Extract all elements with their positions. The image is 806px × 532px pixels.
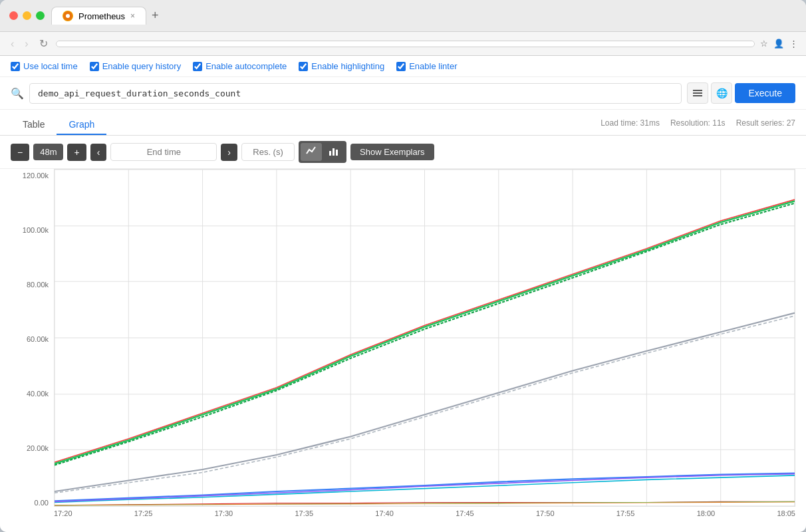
view-tabs: Table Graph [11,115,106,135]
zoom-out-button[interactable]: − [11,144,29,161]
y-label-100k: 100.00k [11,226,49,234]
browser-window: Prometheus × + ‹ › ↻ ☆ 👤 ⋮ Use local tim… [0,0,806,532]
y-label-0: 0.00 [11,499,49,507]
enable-autocomplete-label: Enable autocomplete [205,61,287,71]
x-label-1800: 18:00 [697,509,716,517]
svg-rect-3 [693,92,702,94]
x-label-1720: 17:20 [54,509,72,517]
x-label-1735: 17:35 [295,509,313,517]
line-chart-button[interactable] [301,143,322,161]
nav-bar: ‹ › ↻ ☆ 👤 ⋮ [0,32,806,56]
show-exemplars-button[interactable]: Show Exemplars [350,144,434,160]
options-button[interactable] [687,82,708,104]
resolution: Resolution: 11s [670,118,726,128]
enable-autocomplete-checkbox[interactable]: Enable autocomplete [193,61,287,71]
enable-linter-label: Enable linter [409,61,457,71]
enable-query-history-input[interactable] [90,62,99,71]
resolution-input[interactable] [241,143,295,161]
chart-container: 120.00k 100.00k 80.00k 60.00k 40.00k 20.… [11,169,795,527]
y-label-120k: 120.00k [11,172,49,180]
chart-plot [54,169,795,507]
chart-area: 120.00k 100.00k 80.00k 60.00k 40.00k 20.… [0,169,806,532]
result-series: Result series: 27 [736,118,795,128]
use-local-time-checkbox[interactable]: Use local time [11,61,78,71]
tab-table[interactable]: Table [11,115,57,135]
search-bar: 🔍 🌐 Execute [0,77,806,110]
profile-icon[interactable]: 👤 [773,39,784,49]
minimize-button[interactable] [23,11,31,20]
y-axis: 120.00k 100.00k 80.00k 60.00k 40.00k 20.… [11,169,54,507]
enable-highlighting-label: Enable highlighting [311,61,384,71]
address-bar[interactable] [56,41,755,47]
refresh-button[interactable]: ↻ [37,36,51,51]
enable-query-history-label: Enable query history [102,61,182,71]
nav-actions: ☆ 👤 ⋮ [760,39,798,49]
title-bar: Prometheus × + [0,0,806,32]
y-label-40k: 40.00k [11,390,49,398]
svg-rect-7 [336,150,338,156]
use-local-time-input[interactable] [11,62,20,71]
load-time: Load time: 31ms [601,118,660,128]
svg-rect-6 [333,148,335,156]
tabs-row: Table Graph Load time: 31ms Resolution: … [0,110,806,136]
search-actions: 🌐 Execute [687,82,795,104]
use-local-time-label: Use local time [23,61,78,71]
x-label-1740: 17:40 [375,509,394,517]
duration-badge: 48m [33,144,63,160]
tab-bar: Prometheus × + [51,7,797,25]
enable-linter-checkbox[interactable]: Enable linter [396,61,457,71]
app-content: Use local time Enable query history Enab… [0,56,806,532]
globe-button[interactable]: 🌐 [711,82,732,104]
graph-controls: − 48m + ‹ › [0,136,806,169]
prev-time-button[interactable]: ‹ [90,144,107,161]
close-button[interactable] [9,11,18,20]
x-label-1805: 18:05 [777,509,795,517]
search-icon: 🔍 [11,87,24,100]
enable-query-history-checkbox[interactable]: Enable query history [90,61,182,71]
x-axis: 17:20 17:25 17:30 17:35 17:40 17:45 17:5… [54,507,795,527]
enable-highlighting-input[interactable] [299,62,308,71]
execute-button[interactable]: Execute [735,83,795,103]
query-input[interactable] [29,83,682,104]
svg-point-1 [66,14,70,18]
bookmark-icon[interactable]: ☆ [760,39,768,49]
x-label-1755: 17:55 [616,509,635,517]
tab-favicon [63,11,73,21]
y-label-20k: 20.00k [11,444,49,452]
enable-linter-input[interactable] [396,62,406,71]
new-tab-button[interactable]: + [148,9,163,23]
settings-bar: Use local time Enable query history Enab… [0,56,806,77]
browser-tab[interactable]: Prometheus × [51,7,146,25]
enable-autocomplete-input[interactable] [193,62,202,71]
maximize-button[interactable] [36,11,45,20]
next-time-button[interactable]: › [221,144,237,161]
tab-graph[interactable]: Graph [57,115,106,135]
x-label-1750: 17:50 [536,509,555,517]
x-label-1730: 17:30 [215,509,233,517]
meta-info: Load time: 31ms Resolution: 11s Result s… [601,118,795,132]
y-label-60k: 60.00k [11,335,49,343]
bar-chart-button[interactable] [323,143,344,161]
x-label-1725: 17:25 [134,509,153,517]
traffic-lights [9,11,45,20]
tab-title: Prometheus [78,11,125,21]
zoom-in-button[interactable]: + [67,144,86,161]
x-label-1745: 17:45 [456,509,474,517]
y-label-80k: 80.00k [11,281,49,289]
close-tab-button[interactable]: × [130,11,135,21]
svg-rect-4 [693,95,702,96]
back-button[interactable]: ‹ [8,37,17,51]
menu-icon[interactable]: ⋮ [789,39,798,49]
svg-rect-2 [693,90,702,91]
chart-type-buttons [299,141,346,163]
end-time-input[interactable] [110,143,217,161]
chart-svg [55,170,795,506]
enable-highlighting-checkbox[interactable]: Enable highlighting [299,61,384,71]
forward-button[interactable]: › [22,37,31,51]
svg-rect-5 [329,151,331,156]
